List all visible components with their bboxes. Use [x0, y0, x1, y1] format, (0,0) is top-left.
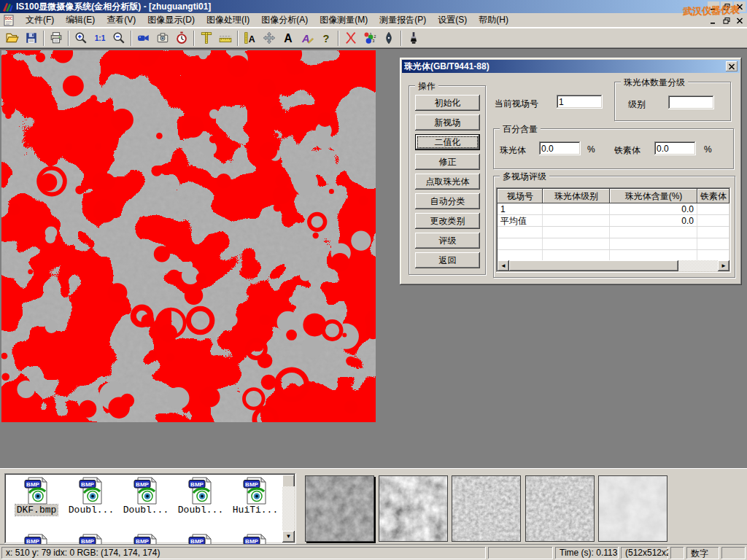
pen-button[interactable] — [379, 29, 398, 47]
menu-item-2[interactable]: 编辑(E) — [60, 12, 101, 28]
op-button-2[interactable]: 新视场 — [415, 114, 480, 131]
op-button-9[interactable]: 返回 — [415, 252, 480, 268]
dialog-close-icon — [728, 63, 735, 70]
multi-view-table[interactable]: 视场号珠光体级别珠光体含量(%)铁素体 10.0平均值0.0 ◄ ► — [496, 187, 731, 273]
file-item[interactable]: BMPDKF.bmp — [10, 477, 63, 516]
scroll-right-button[interactable]: ► — [718, 260, 729, 271]
curve-tool-icon — [344, 31, 357, 44]
op-button-6[interactable]: 自动分类 — [415, 193, 480, 209]
file-item[interactable]: BMP — [10, 534, 63, 544]
ruler-button[interactable] — [216, 29, 235, 47]
op-button-7[interactable]: 更改类别 — [415, 213, 480, 229]
metallograph-image[interactable] — [1, 50, 376, 422]
thumbnail-image-3[interactable] — [452, 475, 521, 542]
menu-item-8[interactable]: 测量报告(P) — [374, 12, 432, 28]
document-icon[interactable]: DOC — [3, 15, 15, 26]
move-button[interactable] — [260, 29, 279, 47]
table-row[interactable]: 平均值0.0 — [498, 215, 729, 227]
file-item[interactable]: BMP — [120, 534, 172, 544]
grading-group-title: 珠光体数量分级 — [621, 77, 688, 89]
file-item[interactable]: BMP — [65, 534, 117, 544]
text-style-button[interactable]: A — [298, 29, 317, 47]
table-column-header[interactable]: 铁素体 — [697, 189, 729, 203]
actual-size-icon: 1:1 — [93, 31, 107, 44]
svg-text:BMP: BMP — [190, 538, 204, 544]
current-view-input[interactable] — [557, 95, 603, 109]
file-item[interactable]: BMP — [174, 534, 227, 544]
save-button[interactable] — [22, 29, 41, 47]
file-item[interactable]: BMPDoubl... — [120, 477, 172, 516]
dialog-title: 珠光体(GB/T9441-88) — [404, 61, 489, 73]
menu-item-1[interactable]: 文件(F) — [20, 12, 60, 28]
open-folder-icon — [6, 31, 19, 44]
zoom-out-button[interactable] — [109, 29, 128, 47]
file-item[interactable]: BMPDoubl... — [174, 477, 227, 516]
op-button-1[interactable]: 初始化 — [415, 95, 480, 111]
menu-item-4[interactable]: 图像显示(D) — [142, 12, 201, 28]
file-list-scrollbar[interactable]: ▲ ▼ — [282, 475, 295, 542]
menu-item-10[interactable]: 帮助(H) — [473, 12, 514, 28]
table-cell — [697, 238, 729, 249]
file-item[interactable]: BMP — [229, 534, 282, 544]
child-restore-button[interactable] — [721, 15, 732, 26]
scroll-down-button[interactable]: ▼ — [282, 531, 295, 542]
close-button[interactable] — [734, 1, 746, 12]
help-button[interactable]: ? — [317, 29, 336, 47]
menu-item-9[interactable]: 设置(S) — [432, 12, 473, 28]
video-camera-button[interactable] — [134, 29, 153, 47]
menu-item-3[interactable]: 查看(V) — [101, 12, 142, 28]
brush-button[interactable] — [404, 29, 423, 47]
scroll-thumb[interactable] — [509, 260, 678, 271]
print-button[interactable] — [47, 29, 66, 47]
file-item[interactable]: BMPDoubl... — [65, 477, 117, 516]
table-column-header[interactable]: 珠光体级别 — [543, 189, 610, 203]
table-row[interactable]: 10.0 — [498, 203, 729, 215]
child-restore-icon — [723, 18, 730, 24]
timer-button[interactable] — [172, 29, 191, 47]
menu-item-5[interactable]: 图像处理(I) — [201, 12, 255, 28]
pearlite-percent-input[interactable] — [539, 141, 581, 155]
toolbar-separator — [237, 31, 239, 46]
op-button-3[interactable]: 二值化 — [415, 134, 480, 150]
table-cell — [610, 238, 697, 249]
thumbnail-image-5[interactable] — [598, 475, 667, 542]
classify-dots-button[interactable]: 123 — [360, 29, 379, 47]
grade-input[interactable] — [668, 96, 714, 109]
dialog-close-button[interactable] — [726, 61, 738, 71]
zoom-in-button[interactable] — [71, 29, 90, 47]
menu-item-7[interactable]: 图像测量(M) — [314, 12, 374, 28]
minimize-button[interactable] — [708, 1, 719, 12]
table-column-header[interactable]: 视场号 — [498, 189, 543, 203]
svg-text:BMP: BMP — [26, 481, 39, 488]
op-button-4[interactable]: 修正 — [415, 154, 480, 170]
table-row[interactable] — [498, 227, 729, 238]
op-button-8[interactable]: 评级 — [415, 233, 480, 249]
op-button-5[interactable]: 点取珠光体 — [415, 174, 480, 190]
curve-tool-button[interactable] — [341, 29, 360, 47]
measure-text-button[interactable]: A — [241, 29, 260, 47]
thumbnail-image-4[interactable] — [525, 475, 595, 542]
text-button[interactable]: A — [279, 29, 298, 47]
actual-size-button[interactable]: 1:1 — [90, 29, 109, 47]
caliper-button[interactable] — [197, 29, 216, 47]
camera-button[interactable] — [153, 29, 172, 47]
open-folder-button[interactable] — [3, 29, 22, 47]
child-minimize-icon — [710, 18, 717, 24]
table-column-header[interactable]: 珠光体含量(%) — [610, 189, 697, 203]
menu-item-6[interactable]: 图像分析(A) — [255, 12, 314, 28]
table-row[interactable] — [498, 238, 729, 250]
thumbnail-image-1[interactable] — [305, 475, 374, 542]
pen-icon — [382, 31, 395, 44]
scroll-left-button[interactable]: ◄ — [498, 260, 509, 271]
child-close-button[interactable] — [734, 15, 746, 26]
table-horizontal-scrollbar[interactable]: ◄ ► — [498, 260, 729, 271]
ferrite-percent-input[interactable] — [654, 141, 696, 155]
child-minimize-button[interactable] — [708, 15, 719, 26]
table-cell — [498, 250, 543, 261]
restore-button[interactable] — [721, 1, 732, 12]
thumbnail-image-2[interactable] — [379, 475, 448, 542]
file-item[interactable]: BMPHuiTi... — [229, 477, 282, 516]
workspace: 珠光体(GB/T9441-88) 操作 初始化新视场二值化修正点取珠光体自动分类… — [0, 48, 747, 468]
bmp-file-icon: BMP — [243, 534, 268, 544]
dialog-titlebar[interactable]: 珠光体(GB/T9441-88) — [402, 60, 740, 73]
